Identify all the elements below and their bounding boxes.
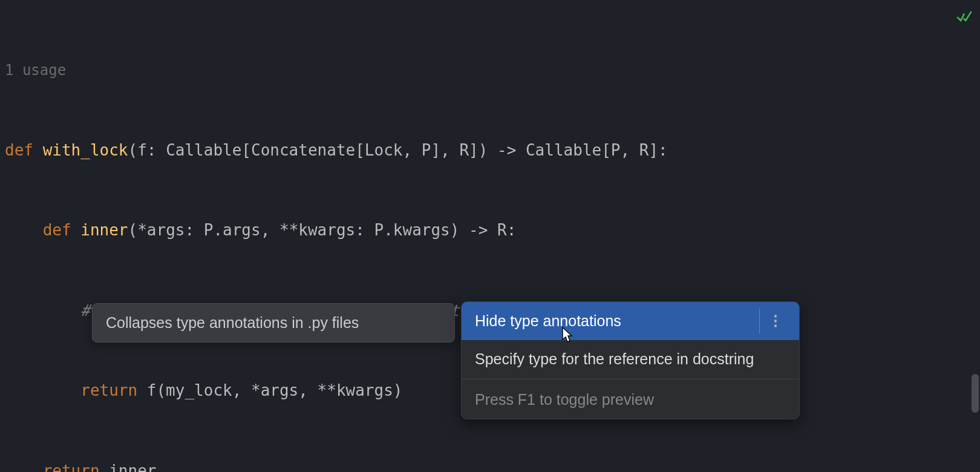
code-line[interactable]: return inner xyxy=(5,457,980,472)
intention-popup[interactable]: Hide type annotations ⋮ Specify type for… xyxy=(461,301,800,419)
function-name: with_lock xyxy=(43,141,128,159)
tooltip: Collapses type annotations in .py files xyxy=(92,303,455,343)
usage-hint[interactable]: 1 usage xyxy=(5,58,980,83)
keyword-return: return xyxy=(80,381,137,399)
popup-item-label: Hide type annotations xyxy=(475,308,621,334)
status-check-icon[interactable] xyxy=(956,6,973,33)
keyword-def: def xyxy=(43,221,71,239)
code-text: (f: Callable[Concatenate[Lock, P], R]) -… xyxy=(128,141,668,159)
popup-separator xyxy=(462,379,799,379)
function-name: inner xyxy=(80,221,128,239)
tooltip-text: Collapses type annotations in .py files xyxy=(106,314,359,331)
code-line[interactable]: def inner(*args: P.args, **kwargs: P.kwa… xyxy=(5,217,980,243)
ellipsis-icon[interactable]: ⋮ xyxy=(759,309,786,333)
popup-item-hide-annotations[interactable]: Hide type annotations ⋮ xyxy=(462,302,799,340)
code-text: inner xyxy=(100,462,157,472)
popup-item-specify-type[interactable]: Specify type for the reference in docstr… xyxy=(462,340,799,378)
code-line[interactable]: def with_lock(f: Callable[Concatenate[Lo… xyxy=(5,137,980,163)
mouse-cursor-icon xyxy=(559,326,575,352)
scrollbar-thumb[interactable] xyxy=(972,374,979,413)
keyword-return: return xyxy=(43,462,100,472)
popup-footer: Press F1 to toggle preview xyxy=(462,381,799,419)
popup-item-label: Specify type for the reference in docstr… xyxy=(475,346,754,372)
code-text: (*args: P.args, **kwargs: P.kwargs) -> R… xyxy=(128,221,517,239)
popup-footer-text: Press F1 to toggle preview xyxy=(475,391,654,408)
keyword-def: def xyxy=(5,141,33,159)
code-text: f(my_lock, *args, **kwargs) xyxy=(137,381,402,399)
